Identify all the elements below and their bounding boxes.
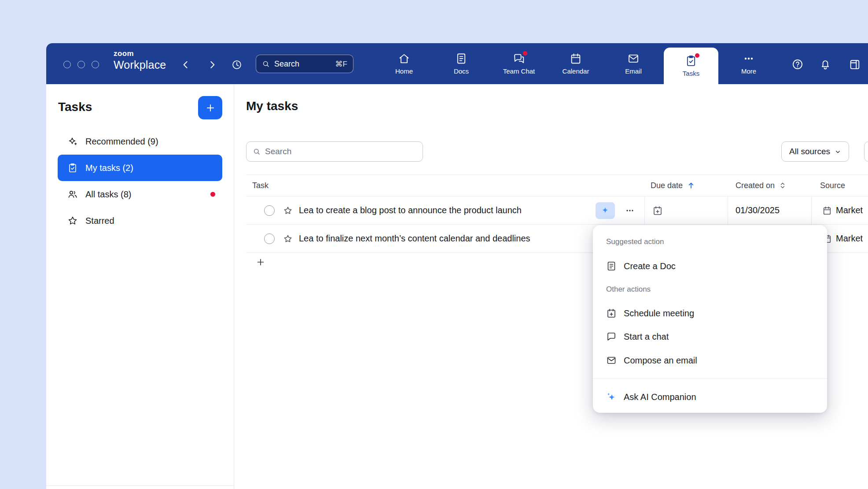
team-chat-icon bbox=[513, 52, 525, 65]
envelope-icon bbox=[606, 355, 617, 366]
column-header-task[interactable]: Task bbox=[252, 175, 268, 196]
search-input[interactable] bbox=[265, 147, 416, 156]
sidebar-item-label: All tasks (8) bbox=[85, 189, 131, 200]
filter-button-partial[interactable] bbox=[864, 141, 868, 162]
task-complete-checkbox[interactable] bbox=[264, 205, 275, 216]
menu-item-schedule-meeting[interactable]: Schedule meeting bbox=[606, 304, 818, 322]
docs-icon bbox=[455, 52, 467, 65]
nav-team-chat[interactable]: Team Chat bbox=[495, 43, 543, 84]
sidebar-bottom-divider bbox=[46, 485, 234, 486]
star-icon[interactable] bbox=[283, 234, 293, 244]
nav-team-chat-label: Team Chat bbox=[503, 67, 535, 75]
nav-calendar[interactable]: Calendar bbox=[552, 43, 600, 84]
menu-item-compose-email[interactable]: Compose an email bbox=[606, 351, 818, 370]
add-due-date-icon[interactable] bbox=[652, 205, 663, 216]
sparkle-icon bbox=[67, 136, 78, 147]
clipboard-check-icon bbox=[67, 163, 78, 173]
sidebar-nav-list: Recommended (9) My tasks (2) All tasks (… bbox=[58, 128, 222, 234]
sidebar-item-starred[interactable]: Starred bbox=[58, 207, 222, 234]
table-header: Task Due date Created on Source bbox=[246, 174, 868, 196]
sidebar-item-recommended[interactable]: Recommended (9) bbox=[58, 128, 222, 155]
page-title: My tasks bbox=[246, 99, 298, 113]
menu-divider bbox=[593, 378, 827, 379]
team-chat-badge bbox=[523, 51, 527, 56]
logo-workplace: Workplace bbox=[114, 58, 166, 71]
global-search[interactable]: Search ⌘F bbox=[256, 55, 353, 73]
sidebar-item-label: Recommended (9) bbox=[85, 137, 158, 147]
source-label: Market bbox=[836, 233, 863, 244]
created-on-cell: 01/30/2025 bbox=[736, 196, 780, 224]
window-control-close[interactable] bbox=[63, 61, 71, 68]
back-button[interactable] bbox=[180, 59, 191, 70]
calendar-plus-icon bbox=[606, 308, 617, 319]
cell-divider bbox=[728, 196, 728, 224]
nav-email[interactable]: Email bbox=[609, 43, 658, 84]
column-task-label: Task bbox=[252, 181, 268, 190]
sort-toggle-icon bbox=[779, 182, 787, 189]
notifications-bell-icon[interactable] bbox=[819, 58, 831, 70]
ai-companion-button[interactable] bbox=[596, 202, 615, 219]
email-icon bbox=[627, 52, 640, 65]
nav-docs-label: Docs bbox=[454, 67, 469, 75]
sort-ascending-icon bbox=[687, 181, 695, 190]
history-icon[interactable] bbox=[231, 59, 243, 70]
task-title[interactable]: Lea to finalize next month’s content cal… bbox=[299, 225, 530, 252]
menu-item-label: Create a Doc bbox=[624, 261, 676, 271]
column-header-created-on[interactable]: Created on bbox=[736, 175, 787, 196]
nav-home[interactable]: Home bbox=[380, 43, 428, 84]
search-icon bbox=[262, 60, 270, 68]
tasks-sidebar: Tasks Recommended (9) My tasks (2) bbox=[46, 84, 234, 489]
help-icon[interactable] bbox=[791, 58, 804, 70]
people-icon bbox=[67, 189, 78, 200]
task-search-box[interactable] bbox=[246, 141, 423, 162]
sidebar-title: Tasks bbox=[58, 100, 92, 114]
add-task-button[interactable] bbox=[198, 96, 222, 119]
column-created-on-label: Created on bbox=[736, 181, 775, 190]
doc-icon bbox=[606, 261, 617, 271]
table-row: Lea to create a blog post to announce th… bbox=[246, 196, 868, 225]
nav-docs[interactable]: Docs bbox=[437, 43, 485, 84]
column-header-due-date[interactable]: Due date bbox=[651, 175, 695, 196]
nav-tasks-label: Tasks bbox=[683, 70, 699, 77]
menu-item-label: Ask AI Companion bbox=[624, 392, 696, 402]
chat-bubble-icon bbox=[606, 331, 617, 342]
cell-divider bbox=[811, 196, 812, 224]
menu-item-label: Start a chat bbox=[624, 332, 669, 342]
menu-section-suggested: Suggested action bbox=[606, 237, 664, 246]
nav-more[interactable]: More bbox=[725, 43, 773, 84]
app-window: zoom Workplace Search ⌘F Home bbox=[46, 43, 868, 489]
sidebar-item-all-tasks[interactable]: All tasks (8) bbox=[58, 181, 222, 207]
task-title[interactable]: Lea to create a blog post to announce th… bbox=[299, 196, 522, 224]
sidebar-item-my-tasks[interactable]: My tasks (2) bbox=[58, 155, 222, 181]
ai-sparkle-icon bbox=[606, 392, 617, 402]
menu-item-start-chat[interactable]: Start a chat bbox=[606, 327, 818, 346]
menu-item-create-doc[interactable]: Create a Doc bbox=[606, 257, 818, 275]
calendar-icon bbox=[570, 52, 582, 65]
menu-section-other: Other actions bbox=[606, 285, 651, 294]
add-row-button[interactable] bbox=[254, 255, 268, 269]
row-more-actions-button[interactable] bbox=[623, 205, 637, 216]
nav-home-label: Home bbox=[395, 67, 413, 75]
menu-item-ask-ai-companion[interactable]: Ask AI Companion bbox=[606, 388, 818, 406]
menu-item-label: Schedule meeting bbox=[624, 308, 694, 319]
nav-tasks[interactable]: Tasks bbox=[664, 48, 718, 84]
source-cell: Market bbox=[822, 225, 863, 252]
sources-filter-dropdown[interactable]: All sources bbox=[781, 141, 849, 162]
star-icon[interactable] bbox=[283, 206, 293, 215]
source-label: Market bbox=[836, 205, 863, 215]
scheduler-icon[interactable] bbox=[849, 58, 861, 70]
column-source-label: Source bbox=[820, 181, 845, 190]
more-icon bbox=[743, 52, 755, 65]
tasks-icon bbox=[685, 55, 697, 67]
search-icon bbox=[253, 148, 261, 156]
home-icon bbox=[398, 52, 410, 65]
window-control-zoom[interactable] bbox=[92, 61, 99, 68]
all-tasks-badge bbox=[210, 192, 215, 197]
search-label: Search bbox=[274, 59, 331, 69]
column-header-source[interactable]: Source bbox=[820, 175, 845, 196]
search-shortcut: ⌘F bbox=[335, 59, 347, 69]
window-control-minimize[interactable] bbox=[77, 61, 85, 68]
task-complete-checkbox[interactable] bbox=[264, 233, 275, 244]
star-icon bbox=[67, 215, 78, 226]
forward-button[interactable] bbox=[206, 59, 218, 70]
